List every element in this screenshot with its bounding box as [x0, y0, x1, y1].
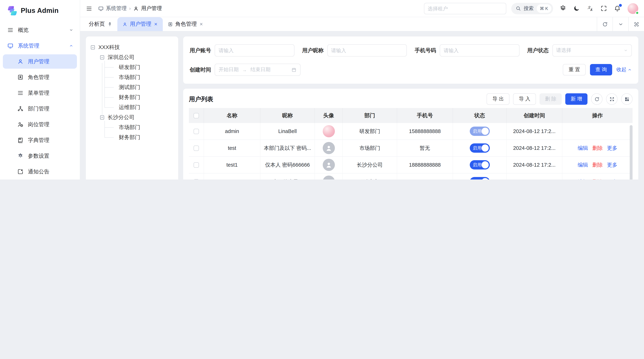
- collapse-box-icon[interactable]: [100, 54, 105, 60]
- phone-input[interactable]: [440, 44, 519, 56]
- column-header[interactable]: 状态: [453, 108, 506, 123]
- export-button[interactable]: 导 出: [487, 93, 510, 105]
- delete-link[interactable]: 删除: [592, 161, 603, 168]
- sidebar-item[interactable]: 岗位管理: [3, 117, 77, 132]
- column-header[interactable]: 昵称: [260, 108, 315, 123]
- status-toggle[interactable]: 启用: [470, 177, 490, 179]
- more-link[interactable]: 更多: [607, 161, 617, 168]
- tree-node-department[interactable]: 财务部门: [104, 92, 174, 102]
- sidebar-item[interactable]: 参数设置: [3, 149, 77, 163]
- sidebar-item-label: 菜单管理: [28, 90, 73, 96]
- tree-node-department[interactable]: 财务部门: [104, 132, 174, 142]
- row-checkbox[interactable]: [194, 162, 199, 168]
- tree-node-department[interactable]: 市场部门: [104, 72, 174, 82]
- avatar[interactable]: [628, 3, 638, 14]
- column-settings-icon[interactable]: [621, 93, 632, 105]
- refresh-tab-icon[interactable]: [597, 17, 612, 31]
- cell-department: 研发部门: [343, 173, 397, 179]
- expand-table-icon[interactable]: [606, 93, 618, 105]
- tree-node-department[interactable]: 测试部门: [104, 82, 174, 92]
- column-header[interactable]: 操作: [562, 108, 632, 123]
- sidebar-item[interactable]: 角色管理: [3, 70, 77, 84]
- tree-node-department[interactable]: 市场部门: [104, 122, 174, 132]
- status-toggle[interactable]: 启用: [470, 143, 490, 153]
- tree-node-company[interactable]: 长沙分公司: [100, 112, 174, 122]
- language-icon[interactable]: 文A: [587, 5, 594, 12]
- sidebar-item[interactable]: 用户管理: [3, 54, 77, 69]
- tab-role-management[interactable]: 角色管理: [163, 17, 208, 31]
- person-icon: [325, 161, 332, 169]
- edit-link[interactable]: 编辑: [578, 161, 588, 168]
- fullscreen-icon[interactable]: [600, 5, 607, 12]
- refresh-table-icon[interactable]: [591, 93, 602, 105]
- chevron-down-icon: [624, 48, 628, 52]
- table-scrollbar[interactable]: [630, 125, 632, 179]
- sidebar-item-label: 岗位管理: [28, 121, 73, 128]
- reset-button[interactable]: 重 置: [563, 64, 586, 75]
- delete-link[interactable]: 删除: [592, 178, 603, 179]
- tab-menu-chevron-icon[interactable]: [612, 17, 628, 31]
- date-range-picker[interactable]: 开始日期 → 结束日期: [215, 64, 300, 76]
- status-toggle[interactable]: 启用: [470, 160, 490, 169]
- row-checkbox[interactable]: [194, 129, 199, 134]
- sidebar-item[interactable]: 字典管理: [3, 133, 77, 147]
- select-all-checkbox[interactable]: [194, 113, 199, 118]
- pin-icon[interactable]: [107, 22, 112, 27]
- sidebar-item[interactable]: 概览: [3, 23, 77, 37]
- column-header[interactable]: 手机号: [397, 108, 453, 123]
- account-label: 用户账号: [190, 47, 211, 54]
- search-icon: [516, 6, 521, 11]
- notifications-button[interactable]: [614, 5, 621, 12]
- notification-badge: [619, 4, 622, 7]
- delete-link[interactable]: 删除: [592, 145, 603, 151]
- status-label: 用户状态: [527, 47, 549, 54]
- menu-toggle-icon[interactable]: [86, 5, 92, 12]
- close-icon[interactable]: [199, 22, 203, 26]
- collapse-box-icon[interactable]: [100, 115, 105, 120]
- collapse-box-icon[interactable]: [90, 44, 96, 50]
- edit-link[interactable]: 编辑: [578, 145, 588, 151]
- more-link[interactable]: 更多: [607, 178, 617, 179]
- nickname-input[interactable]: [327, 44, 407, 56]
- column-header[interactable]: 头像: [315, 108, 343, 123]
- department-tree-panel: XXX科技 深圳总公司 研发部门: [86, 36, 178, 179]
- sidebar-item[interactable]: 部门管理: [3, 101, 77, 116]
- column-header[interactable]: 部门: [343, 108, 397, 123]
- cell-status: 启用: [453, 140, 506, 156]
- user-avatar: [322, 176, 335, 179]
- tab-analysis[interactable]: 分析页: [84, 17, 117, 31]
- import-button[interactable]: 导 入: [513, 93, 536, 105]
- query-button[interactable]: 查 询: [590, 64, 612, 75]
- sidebar-item[interactable]: 通知公告: [3, 164, 77, 179]
- cell-nickname: LinaBell: [260, 123, 315, 139]
- collapse-filters-link[interactable]: 收起: [616, 66, 632, 73]
- tenant-select-input[interactable]: [424, 3, 506, 14]
- account-input[interactable]: [215, 44, 294, 56]
- delete-button[interactable]: 删 除: [540, 93, 562, 105]
- tree-node-root[interactable]: XXX科技: [90, 42, 174, 52]
- column-header[interactable]: 名称: [204, 108, 260, 123]
- status-select[interactable]: 请选择: [552, 44, 632, 56]
- edit-link[interactable]: 编辑: [578, 178, 588, 179]
- more-link[interactable]: 更多: [607, 145, 617, 151]
- row-checkbox[interactable]: [194, 179, 199, 179]
- row-checkbox[interactable]: [194, 145, 199, 151]
- tab-user-management[interactable]: 用户管理: [117, 17, 163, 31]
- add-button[interactable]: 新 增: [565, 93, 588, 105]
- tree-node-department[interactable]: 研发部门: [104, 62, 174, 72]
- column-header[interactable]: 创建时间: [506, 108, 562, 123]
- tree-node-company[interactable]: 深圳总公司: [100, 52, 174, 62]
- status-toggle[interactable]: 启用: [470, 127, 490, 136]
- tree-node-department[interactable]: 运维部门: [104, 102, 174, 112]
- user-avatar: [322, 142, 335, 154]
- content-fullscreen-icon[interactable]: [628, 17, 644, 31]
- sidebar-item[interactable]: 菜单管理: [3, 86, 77, 100]
- cell-actions: 编辑 删除 更多: [562, 140, 632, 156]
- sidebar-item[interactable]: 系统管理: [3, 39, 77, 53]
- global-search[interactable]: 搜索 ⌘ K: [511, 3, 553, 14]
- cell-phone: 18888888888: [397, 157, 453, 173]
- dark-mode-icon[interactable]: [573, 5, 580, 12]
- close-icon[interactable]: [154, 22, 158, 26]
- settings-icon[interactable]: [560, 5, 566, 12]
- sidebar-item-label: 部门管理: [28, 105, 73, 112]
